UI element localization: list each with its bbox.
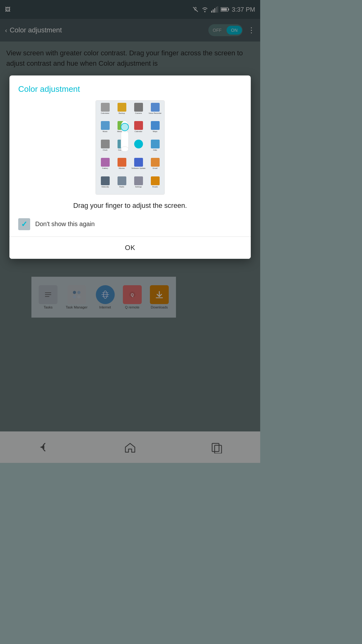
- mini-app-gallery: Gallery: [97, 157, 113, 175]
- mini-app-maps: Maps: [147, 120, 163, 138]
- svg-point-26: [121, 147, 129, 152]
- svg-point-27: [121, 123, 129, 131]
- mini-app-movies: Movies: [114, 157, 130, 175]
- mini-app-softwareupdate: Software Update: [130, 157, 146, 175]
- mini-app-voicerec: Voice Recorder: [147, 102, 163, 119]
- mini-app-help: Help: [147, 139, 163, 156]
- dont-show-again-label: Don't show this again: [35, 220, 95, 228]
- mini-app-email: Email: [147, 157, 163, 175]
- mini-app-roads: Roads: [147, 175, 163, 193]
- mini-app-calculator: Calculator: [97, 102, 113, 119]
- dialog-message: Drag your finger to adjust the screen.: [18, 201, 242, 211]
- dialog-title: Color adjustment: [18, 84, 242, 94]
- finger-illustration: [111, 118, 139, 158]
- mini-app-radio: Radio: [114, 175, 130, 193]
- ok-button[interactable]: OK: [9, 237, 251, 259]
- mini-app-settings: Settings: [130, 175, 146, 193]
- mini-app-camera: Camera: [130, 102, 146, 119]
- dont-show-again-row[interactable]: ✓ Don't show this again: [18, 218, 242, 230]
- dialog-illustration: Calculator Backup Camera Voice Recorder: [96, 100, 165, 195]
- mini-app-backup: Backup: [114, 102, 130, 119]
- checkbox-checkmark: ✓: [21, 220, 27, 229]
- dont-show-again-checkbox[interactable]: ✓: [18, 218, 30, 230]
- dialog-body: Color adjustment Calculator Backup Camer…: [9, 75, 251, 230]
- mini-app-videoclip: Videoclip: [97, 175, 113, 193]
- color-adjustment-dialog: Color adjustment Calculator Backup Camer…: [9, 75, 251, 259]
